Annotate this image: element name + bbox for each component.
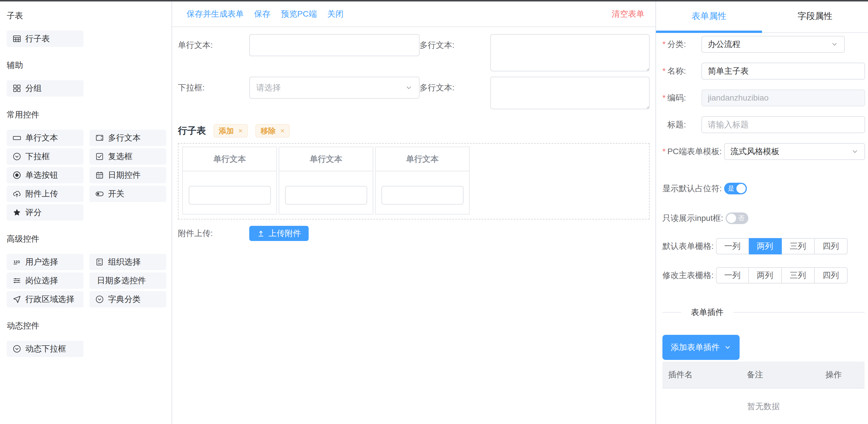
canvas-field-attachment-upload[interactable]: 附件上传: 上传附件 xyxy=(178,226,650,241)
radio-three-columns[interactable]: 三列 xyxy=(782,267,815,284)
palette-item-date-control[interactable]: 日期控件 xyxy=(89,167,166,183)
upload-attachment-button[interactable]: 上传附件 xyxy=(249,226,309,241)
subtable-tag-remove[interactable]: 移除 × xyxy=(255,124,290,138)
palette-item-dynamic-dropdown[interactable]: 动态下拉框 xyxy=(7,341,84,357)
canvas-field-dropdown[interactable]: 下拉框: 请选择 xyxy=(178,77,420,110)
multi-line-textarea-1[interactable] xyxy=(490,34,650,72)
plugin-table-header: 插件名 备注 操作 xyxy=(662,362,865,389)
subtable-column-header: 单行文本 xyxy=(376,147,469,171)
chevron-down-icon xyxy=(405,84,412,91)
subtable-cell-input-3[interactable] xyxy=(381,186,464,204)
calendar-icon xyxy=(95,171,104,179)
multi-line-icon xyxy=(95,134,104,142)
panel-field-category: *分类: 办公流程 xyxy=(662,36,865,53)
panel-field-readonly-input: 只读展示input框: 否 xyxy=(662,213,865,224)
pc-template-select[interactable]: 流式风格模板 xyxy=(724,143,865,160)
palette-item-single-line-text[interactable]: 单行文本 xyxy=(7,130,84,146)
radio-one-column[interactable]: 一列 xyxy=(716,267,749,284)
select-circle-icon xyxy=(12,152,21,161)
subtable-drop-zone[interactable]: 单行文本 单行文本 单行文本 xyxy=(178,143,650,220)
subtable-column-1[interactable]: 单行文本 xyxy=(182,147,277,215)
single-line-input[interactable] xyxy=(249,34,420,56)
palette-item-checkbox[interactable]: 复选框 xyxy=(89,148,166,165)
subtable-cell-input-1[interactable] xyxy=(189,186,271,204)
palette-item-radio-button[interactable]: 单选按钮 xyxy=(7,167,84,183)
field-label: 附件上传: xyxy=(178,226,249,241)
palette-item-org-select[interactable]: 组织选择 xyxy=(89,254,166,270)
tab-form-properties[interactable]: 表单属性 xyxy=(656,1,762,32)
section-title-common: 常用控件 xyxy=(7,109,166,120)
subtable-column-header: 单行文本 xyxy=(183,147,276,171)
select-placeholder: 请选择 xyxy=(256,82,281,93)
radio-one-column[interactable]: 一列 xyxy=(716,238,749,254)
preview-pc-button[interactable]: 预览PC端 xyxy=(281,8,317,20)
canvas-field-multi-line-2[interactable]: 多行文本: xyxy=(420,77,650,110)
section-title-subtable: 子表 xyxy=(7,10,166,21)
tab-field-properties[interactable]: 字段属性 xyxy=(762,1,868,32)
subtable-column-3[interactable]: 单行文本 xyxy=(375,147,470,215)
readonly-input-toggle[interactable]: 否 xyxy=(725,213,748,224)
chevron-down-icon xyxy=(831,40,838,48)
active-tab-underline xyxy=(656,31,762,33)
radio-four-columns[interactable]: 四列 xyxy=(815,238,848,254)
subtable-tag-add[interactable]: 添加 × xyxy=(213,124,248,138)
category-select[interactable]: 办公流程 xyxy=(702,36,845,53)
field-label: 多行文本: xyxy=(420,77,490,99)
panel-field-name: *名称: xyxy=(662,63,865,80)
add-form-plugin-button[interactable]: 添加表单插件 xyxy=(662,335,740,360)
panel-field-pc-template: *PC端表单模板: 流式风格模板 xyxy=(662,143,865,160)
subtable-column-2[interactable]: 单行文本 xyxy=(279,147,373,215)
multi-line-textarea-2[interactable] xyxy=(490,77,650,109)
palette-item-switch[interactable]: 开关 xyxy=(89,186,166,202)
single-line-icon xyxy=(12,134,21,142)
close-icon[interactable]: × xyxy=(280,127,284,135)
radio-three-columns[interactable]: 三列 xyxy=(782,238,815,254)
col-plugin-name: 插件名 xyxy=(662,369,741,380)
save-and-generate-button[interactable]: 保存并生成表单 xyxy=(187,8,244,20)
palette-item-date-multi-select[interactable]: 日期多选控件 xyxy=(89,273,166,289)
radio-two-columns[interactable]: 两列 xyxy=(749,238,782,254)
default-grid-radio-group: 一列 两列 三列 四列 xyxy=(716,238,848,254)
panel-field-code: *编码: xyxy=(662,89,865,106)
canvas-field-single-line[interactable]: 单行文本: xyxy=(178,34,420,73)
title-input[interactable] xyxy=(702,116,865,133)
sliders-icon xyxy=(12,276,21,285)
canvas-field-multi-line-1[interactable]: 多行文本: xyxy=(420,34,650,73)
palette-item-dict-category[interactable]: 字典分类 xyxy=(89,291,166,307)
palette-item-post-select[interactable]: 岗位选择 xyxy=(7,273,84,289)
clear-form-button[interactable]: 清空表单 xyxy=(612,8,644,20)
show-placeholder-toggle[interactable]: 是 xyxy=(724,183,747,194)
panel-field-show-placeholder: 显示默认占位符: 是 xyxy=(662,183,865,194)
radio-four-columns[interactable]: 四列 xyxy=(815,267,848,284)
palette-item-row-subtable[interactable]: 行子表 xyxy=(7,31,84,47)
required-asterisk: * xyxy=(662,66,665,76)
radio-two-columns[interactable]: 两列 xyxy=(749,267,782,284)
name-input[interactable] xyxy=(702,63,865,80)
col-remark: 备注 xyxy=(741,369,820,380)
switch-icon xyxy=(95,190,104,198)
palette-item-user-select[interactable]: 用户选择 xyxy=(7,254,84,270)
palette-item-admin-region-select[interactable]: 行政区域选择 xyxy=(7,291,84,307)
save-button[interactable]: 保存 xyxy=(254,8,271,20)
panel-tabs: 表单属性 字段属性 xyxy=(656,1,868,33)
chevron-down-icon xyxy=(851,148,859,155)
palette-item-dropdown[interactable]: 下拉框 xyxy=(7,148,84,165)
section-title-dynamic: 动态控件 xyxy=(7,320,166,331)
palette-item-rating[interactable]: 评分 xyxy=(7,204,84,221)
close-icon[interactable]: × xyxy=(239,127,243,135)
required-asterisk: * xyxy=(662,93,665,102)
required-asterisk: * xyxy=(662,39,665,49)
code-input xyxy=(702,89,865,106)
form-designer-app: 子表 行子表 辅助 分组 常用控件 单行文本 xyxy=(0,0,868,424)
subtable-title: 行子表 xyxy=(178,124,206,137)
palette-item-attachment-upload[interactable]: 附件上传 xyxy=(7,186,84,202)
dropdown-select[interactable]: 请选择 xyxy=(249,77,420,99)
palette-item-multi-line-text[interactable]: 多行文本 xyxy=(89,130,166,146)
cloud-upload-icon xyxy=(12,190,21,198)
panel-field-modify-grid: 修改主表栅格: 一列 两列 三列 四列 xyxy=(662,267,865,284)
component-palette: 子表 行子表 辅助 分组 常用控件 单行文本 xyxy=(0,1,172,424)
palette-item-group[interactable]: 分组 xyxy=(7,80,84,96)
field-label: 下拉框: xyxy=(178,77,249,99)
close-button[interactable]: 关闭 xyxy=(327,8,344,20)
subtable-cell-input-2[interactable] xyxy=(285,186,367,204)
